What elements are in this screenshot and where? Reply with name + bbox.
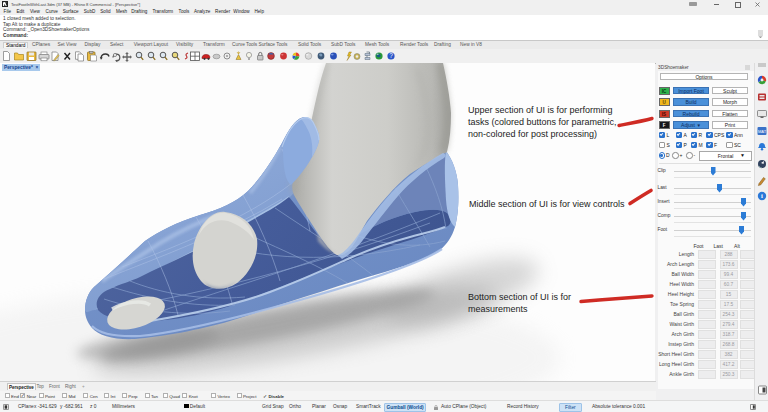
svg-text:MAT: MAT [758, 129, 767, 134]
svg-text:?: ? [389, 52, 393, 59]
svg-text:i: i [761, 192, 763, 199]
